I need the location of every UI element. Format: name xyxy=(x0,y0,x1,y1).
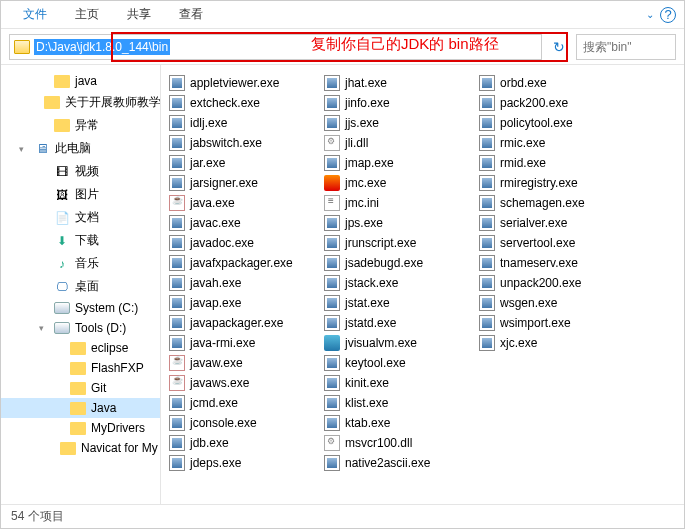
file-item[interactable]: jdeps.exe xyxy=(165,453,320,473)
sidebar-item[interactable]: ▾🖥此电脑 xyxy=(1,137,160,160)
file-item[interactable]: tnameserv.exe xyxy=(475,253,630,273)
sidebar-item[interactable]: 🖼图片 xyxy=(1,183,160,206)
sidebar-item[interactable]: java xyxy=(1,71,160,91)
file-item[interactable]: javaws.exe xyxy=(165,373,320,393)
sidebar-item[interactable]: 🖵桌面 xyxy=(1,275,160,298)
file-item[interactable]: schemagen.exe xyxy=(475,193,630,213)
file-name: jrunscript.exe xyxy=(345,236,416,250)
file-item[interactable]: wsgen.exe xyxy=(475,293,630,313)
file-item[interactable]: keytool.exe xyxy=(320,353,475,373)
refresh-button[interactable]: ↻ xyxy=(548,36,570,58)
menu-home[interactable]: 主页 xyxy=(61,6,113,23)
file-item[interactable]: jarsigner.exe xyxy=(165,173,320,193)
file-pane[interactable]: appletviewer.exeextcheck.exeidlj.exejabs… xyxy=(161,65,684,504)
file-item[interactable]: jcmd.exe xyxy=(165,393,320,413)
file-item[interactable]: servertool.exe xyxy=(475,233,630,253)
sidebar-item[interactable]: 异常 xyxy=(1,114,160,137)
file-item[interactable]: jli.dll xyxy=(320,133,475,153)
file-name: jmc.exe xyxy=(345,176,386,190)
file-item[interactable]: javadoc.exe xyxy=(165,233,320,253)
file-item[interactable]: jconsole.exe xyxy=(165,413,320,433)
menu-view[interactable]: 查看 xyxy=(165,6,217,23)
file-item[interactable]: jvisualvm.exe xyxy=(320,333,475,353)
file-name: javap.exe xyxy=(190,296,241,310)
file-item[interactable]: appletviewer.exe xyxy=(165,73,320,93)
sidebar-item[interactable]: 📄文档 xyxy=(1,206,160,229)
sidebar-item[interactable]: System (C:) xyxy=(1,298,160,318)
file-item[interactable]: unpack200.exe xyxy=(475,273,630,293)
file-item[interactable]: idlj.exe xyxy=(165,113,320,133)
file-item[interactable]: jdb.exe xyxy=(165,433,320,453)
sidebar[interactable]: java关于开展教师教学异常▾🖥此电脑🎞视频🖼图片📄文档⬇下载♪音乐🖵桌面Sys… xyxy=(1,65,161,504)
sidebar-item[interactable]: Git xyxy=(1,378,160,398)
sidebar-item[interactable]: Java xyxy=(1,398,160,418)
file-icon xyxy=(169,335,185,351)
file-item[interactable]: jrunscript.exe xyxy=(320,233,475,253)
file-item[interactable]: jstack.exe xyxy=(320,273,475,293)
file-item[interactable]: jinfo.exe xyxy=(320,93,475,113)
file-item[interactable]: orbd.exe xyxy=(475,73,630,93)
sidebar-item[interactable]: 🎞视频 xyxy=(1,160,160,183)
file-icon xyxy=(169,375,185,391)
sidebar-item[interactable]: ⬇下载 xyxy=(1,229,160,252)
file-item[interactable]: extcheck.exe xyxy=(165,93,320,113)
file-item[interactable]: klist.exe xyxy=(320,393,475,413)
file-item[interactable]: jmc.exe xyxy=(320,173,475,193)
file-icon xyxy=(169,95,185,111)
file-item[interactable]: rmic.exe xyxy=(475,133,630,153)
file-item[interactable]: java-rmi.exe xyxy=(165,333,320,353)
file-icon xyxy=(479,275,495,291)
sidebar-item[interactable]: ♪音乐 xyxy=(1,252,160,275)
file-item[interactable]: javah.exe xyxy=(165,273,320,293)
file-item[interactable]: ktab.exe xyxy=(320,413,475,433)
file-item[interactable]: serialver.exe xyxy=(475,213,630,233)
menu-share[interactable]: 共享 xyxy=(113,6,165,23)
sidebar-item[interactable]: FlashFXP xyxy=(1,358,160,378)
file-name: javafxpackager.exe xyxy=(190,256,293,270)
menu-file[interactable]: 文件 xyxy=(9,6,61,23)
file-item[interactable]: jmap.exe xyxy=(320,153,475,173)
file-item[interactable]: policytool.exe xyxy=(475,113,630,133)
sidebar-item[interactable]: eclipse xyxy=(1,338,160,358)
sidebar-item[interactable]: MyDrivers xyxy=(1,418,160,438)
file-item[interactable]: pack200.exe xyxy=(475,93,630,113)
file-item[interactable]: rmid.exe xyxy=(475,153,630,173)
file-item[interactable]: wsimport.exe xyxy=(475,313,630,333)
address-input[interactable]: D:\Java\jdk1.8.0_144\bin xyxy=(9,34,542,60)
file-icon xyxy=(324,275,340,291)
file-item[interactable]: jhat.exe xyxy=(320,73,475,93)
chevron-down-icon[interactable]: ⌄ xyxy=(646,9,654,20)
file-item[interactable]: javafxpackager.exe xyxy=(165,253,320,273)
file-name: jdeps.exe xyxy=(190,456,241,470)
sidebar-item[interactable]: ▾Tools (D:) xyxy=(1,318,160,338)
file-item[interactable]: javap.exe xyxy=(165,293,320,313)
file-item[interactable]: javapackager.exe xyxy=(165,313,320,333)
file-icon xyxy=(479,335,495,351)
file-name: javapackager.exe xyxy=(190,316,283,330)
file-item[interactable]: jstat.exe xyxy=(320,293,475,313)
file-icon xyxy=(169,135,185,151)
file-item[interactable]: jps.exe xyxy=(320,213,475,233)
sidebar-item[interactable]: Navicat for My xyxy=(1,438,160,458)
file-item[interactable]: jar.exe xyxy=(165,153,320,173)
file-item[interactable]: javac.exe xyxy=(165,213,320,233)
file-item[interactable]: jmc.ini xyxy=(320,193,475,213)
file-item[interactable]: jstatd.exe xyxy=(320,313,475,333)
file-item[interactable]: msvcr100.dll xyxy=(320,433,475,453)
file-item[interactable]: jsadebugd.exe xyxy=(320,253,475,273)
file-item[interactable]: kinit.exe xyxy=(320,373,475,393)
help-icon[interactable]: ? xyxy=(660,7,676,23)
file-item[interactable]: native2ascii.exe xyxy=(320,453,475,473)
file-item[interactable]: jjs.exe xyxy=(320,113,475,133)
file-item[interactable]: java.exe xyxy=(165,193,320,213)
address-bar: 复制你自己的JDK的 bin路径 D:\Java\jdk1.8.0_144\bi… xyxy=(1,29,684,65)
file-icon xyxy=(169,435,185,451)
file-icon xyxy=(324,255,340,271)
file-item[interactable]: javaw.exe xyxy=(165,353,320,373)
file-item[interactable]: rmiregistry.exe xyxy=(475,173,630,193)
file-item[interactable]: jabswitch.exe xyxy=(165,133,320,153)
search-input[interactable] xyxy=(576,34,676,60)
sidebar-item[interactable]: 关于开展教师教学 xyxy=(1,91,160,114)
file-item[interactable]: xjc.exe xyxy=(475,333,630,353)
file-name: jabswitch.exe xyxy=(190,136,262,150)
